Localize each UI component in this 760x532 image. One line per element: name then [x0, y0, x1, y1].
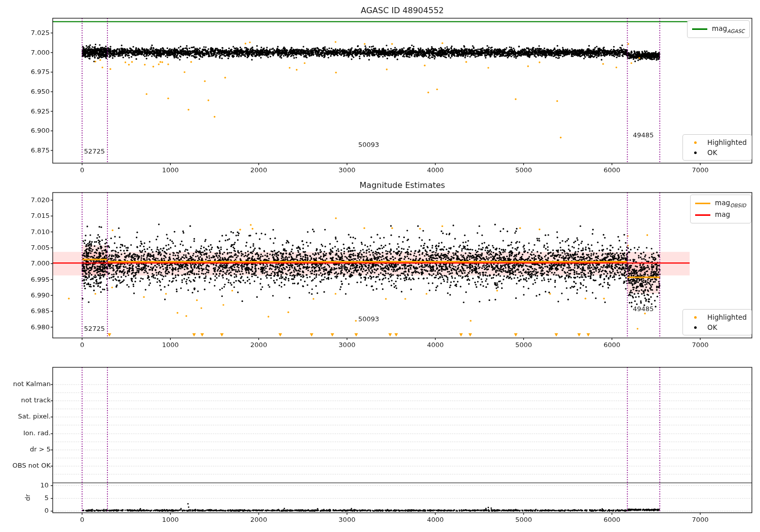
x-tick-label: 0	[67, 166, 97, 174]
legend-dot-swatch	[688, 141, 703, 144]
flag-category-label: not Kalman	[4, 380, 51, 388]
legend-markers-middle-panel: Highlighted OK	[682, 309, 752, 335]
flag-category-label: dr > 5	[4, 445, 51, 453]
x-tick-label: 2000	[244, 166, 274, 174]
legend-label: OK	[707, 148, 717, 157]
legend-item: OK	[688, 147, 747, 158]
legend-line-swatch	[692, 28, 707, 30]
y-tick-label: 6.975	[23, 68, 50, 75]
x-tick-label: 6000	[597, 166, 627, 174]
legend-label: mag	[715, 210, 730, 220]
legend-label: OK	[707, 323, 717, 331]
legend-label: magOBSID	[715, 199, 746, 208]
x-tick-label: 4000	[420, 166, 450, 174]
panel2-title: Magnitude Estimates	[53, 180, 752, 190]
x-tick-label: 7000	[685, 166, 715, 174]
y-tick-label: 6.875	[23, 146, 50, 154]
legend-item: mag	[695, 209, 746, 221]
legend-item: OK	[688, 322, 747, 332]
obsid-annotation: 50093	[349, 141, 389, 148]
x-tick-label: 6000	[597, 516, 627, 523]
flag-category-label: Ion. rad.	[4, 429, 51, 437]
legend-line-swatch	[695, 214, 710, 216]
legend-item: magAGASC	[692, 23, 745, 35]
x-tick-label: 2000	[244, 516, 274, 523]
legend-label: Highlighted	[707, 138, 747, 146]
y-tick-label: 7.015	[23, 212, 50, 219]
legend-mag-agasc: magAGASC	[687, 20, 750, 38]
x-tick-label: 0	[67, 341, 97, 349]
y-tick-label: 7.000	[23, 259, 50, 267]
y-tick-label: 7.020	[23, 196, 50, 204]
x-tick-label: 6000	[597, 341, 627, 349]
y-tick-label: 6.980	[23, 323, 50, 331]
flag-category-label: not track	[4, 396, 51, 404]
legend-item: Highlighted	[688, 137, 747, 147]
obsid-annotation: 50093	[349, 315, 389, 323]
x-tick-label: 5000	[508, 166, 539, 174]
legend-line-swatch	[695, 203, 710, 204]
obsid-annotation: 52725	[74, 325, 115, 332]
dr-tick-label: 0	[31, 507, 49, 514]
x-tick-label: 7000	[685, 341, 715, 349]
plot-canvas	[0, 0, 760, 532]
x-tick-label: 4000	[420, 341, 450, 349]
obsid-annotation: 49485	[623, 131, 664, 139]
legend-dot-swatch	[688, 316, 703, 319]
x-tick-label: 1000	[155, 341, 185, 349]
y-tick-label: 6.995	[23, 276, 50, 283]
legend-item: Highlighted	[688, 312, 747, 322]
x-tick-label: 5000	[508, 341, 539, 349]
y-tick-label: 6.990	[23, 291, 50, 299]
flag-category-label: OBS not OK	[4, 462, 51, 469]
legend-markers-top-panel: Highlighted OK	[682, 134, 752, 161]
x-tick-label: 0	[67, 516, 97, 523]
legend-label: magAGASC	[712, 24, 745, 34]
x-tick-label: 3000	[332, 341, 362, 349]
legend-mag-obsid: magOBSID mag	[690, 195, 751, 223]
y-tick-label: 7.025	[23, 29, 50, 36]
dr-tick-label: 5	[31, 494, 49, 502]
x-tick-label: 1000	[155, 516, 185, 523]
y-tick-label: 7.000	[23, 49, 50, 56]
y-tick-label: 7.010	[23, 228, 50, 236]
y-tick-label: 6.925	[23, 107, 50, 115]
obsid-annotation: 49485	[623, 305, 664, 313]
panel1-title: AGASC ID 48904552	[53, 6, 752, 15]
y-tick-label: 6.950	[23, 88, 50, 95]
y-tick-label: 6.985	[23, 307, 50, 315]
x-tick-label: 1000	[155, 166, 185, 174]
x-tick-label: 2000	[244, 341, 274, 349]
legend-item: magOBSID	[695, 198, 746, 209]
legend-dot-swatch	[688, 326, 703, 329]
x-tick-label: 3000	[332, 166, 362, 174]
y-tick-label: 6.900	[23, 127, 50, 134]
legend-label: Highlighted	[707, 313, 747, 321]
flag-category-label: Sat. pixel.	[4, 412, 51, 420]
obsid-annotation: 52725	[74, 147, 115, 155]
dr-tick-label: 10	[31, 481, 49, 489]
x-tick-label: 5000	[508, 516, 539, 523]
x-tick-label: 7000	[685, 516, 715, 523]
y-tick-label: 7.005	[23, 244, 50, 251]
legend-dot-swatch	[688, 151, 703, 154]
x-tick-label: 4000	[420, 516, 450, 523]
x-tick-label: 3000	[332, 516, 362, 523]
figure: AGASC ID 48904552 Magnitude Estimates dr…	[0, 0, 760, 532]
